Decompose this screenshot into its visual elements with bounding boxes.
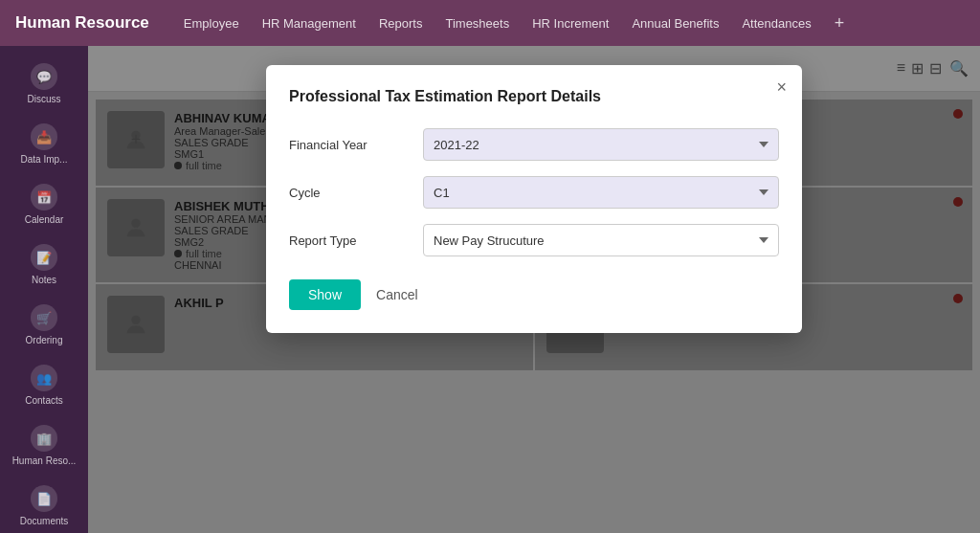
sidebar-item-notes[interactable]: 📝 Notes: [0, 234, 88, 295]
cycle-select[interactable]: C1 C2 C3: [423, 176, 779, 209]
notes-icon: 📝: [31, 244, 57, 271]
sidebar-item-data-import[interactable]: 📥 Data Imp...: [0, 114, 88, 174]
modal-title: Professional Tax Estimation Report Detai…: [289, 88, 779, 105]
cycle-row: Cycle C1 C2 C3: [289, 176, 779, 209]
nav-attendances[interactable]: Attendances: [742, 16, 811, 31]
sidebar-item-contacts[interactable]: 👥 Contacts: [0, 355, 88, 415]
sidebar-item-human-resource[interactable]: 🏢 Human Reso...: [0, 415, 88, 476]
add-menu-button[interactable]: +: [835, 13, 845, 33]
ordering-icon: 🛒: [31, 304, 57, 331]
financial-year-row: Financial Year 2021-22 2020-21 2019-20: [289, 128, 779, 161]
nav-hr-management[interactable]: HR Management: [262, 16, 356, 31]
app-title: Human Resource: [15, 13, 149, 33]
cancel-button[interactable]: Cancel: [372, 279, 422, 310]
financial-year-label: Financial Year: [289, 138, 423, 152]
show-button[interactable]: Show: [289, 279, 361, 310]
top-navigation: Human Resource Employee HR Management Re…: [0, 0, 980, 46]
nav-timesheets[interactable]: Timesheets: [445, 16, 509, 31]
modal-overlay: Professional Tax Estimation Report Detai…: [88, 46, 980, 533]
cycle-label: Cycle: [289, 186, 423, 200]
nav-employee[interactable]: Employee: [184, 16, 239, 31]
modal-close-button[interactable]: ×: [776, 78, 787, 96]
sidebar-item-ordering[interactable]: 🛒 Ordering: [0, 295, 88, 355]
human-resource-icon: 🏢: [31, 425, 57, 452]
sidebar-item-discuss[interactable]: 💬 Discuss: [0, 54, 88, 114]
sidebar-item-calendar[interactable]: 📅 Calendar: [0, 174, 88, 234]
report-type-row: Report Type New Pay Strucuture Old Pay S…: [289, 224, 779, 256]
modal-dialog: Professional Tax Estimation Report Detai…: [266, 65, 802, 333]
financial-year-select[interactable]: 2021-22 2020-21 2019-20: [423, 128, 779, 161]
documents-icon: 📄: [31, 485, 57, 512]
discuss-icon: 💬: [31, 63, 57, 90]
main-layout: 💬 Discuss 📥 Data Imp... 📅 Calendar 📝 Not…: [0, 46, 980, 533]
nav-annual-benefits[interactable]: Annual Benefits: [632, 16, 719, 31]
nav-reports[interactable]: Reports: [379, 16, 423, 31]
report-type-select[interactable]: New Pay Strucuture Old Pay Structure: [423, 224, 779, 256]
content-area: ≡ ⊞ ⊟ 🔍 + ABHINAV KUMAR Area Manager-Sal…: [88, 46, 980, 533]
report-type-label: Report Type: [289, 233, 423, 248]
nav-hr-increment[interactable]: HR Increment: [532, 16, 609, 31]
modal-actions: Show Cancel: [289, 279, 779, 310]
data-import-icon: 📥: [31, 123, 57, 150]
calendar-icon: 📅: [31, 184, 57, 211]
sidebar: 💬 Discuss 📥 Data Imp... 📅 Calendar 📝 Not…: [0, 46, 88, 533]
contacts-icon: 👥: [31, 365, 57, 391]
sidebar-item-documents[interactable]: 📄 Documents: [0, 476, 88, 533]
